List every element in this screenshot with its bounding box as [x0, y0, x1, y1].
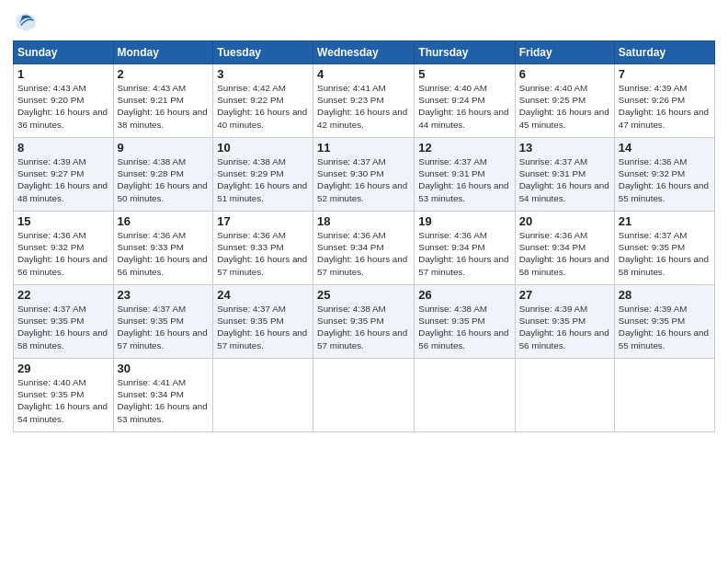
day-cell: 20Sunrise: 4:36 AMSunset: 9:34 PMDayligh…	[515, 212, 614, 285]
day-info: Sunrise: 4:36 AMSunset: 9:33 PMDaylight:…	[217, 229, 309, 278]
day-info: Sunrise: 4:37 AMSunset: 9:35 PMDaylight:…	[619, 229, 711, 278]
logo	[13, 9, 40, 35]
day-number: 25	[317, 288, 410, 302]
day-info: Sunrise: 4:41 AMSunset: 9:23 PMDaylight:…	[317, 82, 410, 131]
day-number: 9	[118, 141, 210, 155]
header-cell-wednesday: Wednesday	[313, 41, 415, 64]
day-number: 24	[217, 288, 309, 302]
day-cell: 25Sunrise: 4:38 AMSunset: 9:35 PMDayligh…	[313, 285, 415, 359]
day-cell: 24Sunrise: 4:37 AMSunset: 9:35 PMDayligh…	[213, 285, 313, 359]
day-number: 7	[619, 67, 711, 81]
day-cell: 1Sunrise: 4:43 AMSunset: 9:20 PMDaylight…	[14, 64, 114, 138]
header-cell-friday: Friday	[515, 41, 614, 64]
day-cell: 8Sunrise: 4:39 AMSunset: 9:27 PMDaylight…	[14, 138, 114, 212]
day-info: Sunrise: 4:38 AMSunset: 9:29 PMDaylight:…	[217, 155, 309, 204]
day-info: Sunrise: 4:37 AMSunset: 9:35 PMDaylight:…	[217, 303, 309, 351]
day-info: Sunrise: 4:37 AMSunset: 9:30 PMDaylight:…	[317, 155, 410, 204]
day-info: Sunrise: 4:40 AMSunset: 9:35 PMDaylight:…	[17, 376, 109, 425]
day-cell: 19Sunrise: 4:36 AMSunset: 9:34 PMDayligh…	[415, 212, 515, 285]
week-row-3: 15Sunrise: 4:36 AMSunset: 9:32 PMDayligh…	[14, 212, 715, 285]
day-info: Sunrise: 4:41 AMSunset: 9:34 PMDaylight:…	[118, 376, 210, 425]
day-number: 28	[619, 288, 711, 302]
day-cell: 11Sunrise: 4:37 AMSunset: 9:30 PMDayligh…	[313, 138, 415, 212]
day-cell: 7Sunrise: 4:39 AMSunset: 9:26 PMDaylight…	[614, 64, 714, 138]
page: SundayMondayTuesdayWednesdayThursdayFrid…	[0, 0, 728, 563]
header-cell-monday: Monday	[113, 41, 213, 64]
day-info: Sunrise: 4:40 AMSunset: 9:25 PMDaylight:…	[519, 82, 610, 131]
day-cell	[415, 359, 515, 432]
week-row-2: 8Sunrise: 4:39 AMSunset: 9:27 PMDaylight…	[14, 138, 715, 212]
day-cell	[515, 359, 614, 432]
day-number: 3	[217, 67, 309, 81]
calendar: SundayMondayTuesdayWednesdayThursdayFrid…	[13, 40, 715, 432]
day-cell: 30Sunrise: 4:41 AMSunset: 9:34 PMDayligh…	[113, 359, 213, 432]
calendar-body: 1Sunrise: 4:43 AMSunset: 9:20 PMDaylight…	[14, 64, 715, 432]
day-info: Sunrise: 4:37 AMSunset: 9:35 PMDaylight:…	[118, 303, 210, 351]
day-cell: 10Sunrise: 4:38 AMSunset: 9:29 PMDayligh…	[213, 138, 313, 212]
day-cell: 21Sunrise: 4:37 AMSunset: 9:35 PMDayligh…	[614, 212, 714, 285]
day-number: 13	[519, 141, 610, 155]
day-cell: 16Sunrise: 4:36 AMSunset: 9:33 PMDayligh…	[113, 212, 213, 285]
day-cell: 4Sunrise: 4:41 AMSunset: 9:23 PMDaylight…	[313, 64, 415, 138]
day-cell: 9Sunrise: 4:38 AMSunset: 9:28 PMDaylight…	[113, 138, 213, 212]
day-cell: 13Sunrise: 4:37 AMSunset: 9:31 PMDayligh…	[515, 138, 614, 212]
day-number: 11	[317, 141, 410, 155]
day-number: 4	[317, 67, 410, 81]
day-number: 15	[17, 214, 109, 228]
day-number: 23	[118, 288, 210, 302]
day-number: 14	[619, 141, 711, 155]
day-info: Sunrise: 4:37 AMSunset: 9:35 PMDaylight:…	[17, 303, 109, 351]
day-info: Sunrise: 4:36 AMSunset: 9:33 PMDaylight:…	[118, 229, 210, 278]
day-info: Sunrise: 4:37 AMSunset: 9:31 PMDaylight:…	[418, 155, 510, 204]
day-cell: 28Sunrise: 4:39 AMSunset: 9:35 PMDayligh…	[614, 285, 714, 359]
day-number: 22	[17, 288, 109, 302]
day-info: Sunrise: 4:36 AMSunset: 9:34 PMDaylight:…	[519, 229, 610, 278]
day-number: 27	[519, 288, 610, 302]
day-cell: 14Sunrise: 4:36 AMSunset: 9:32 PMDayligh…	[614, 138, 714, 212]
day-info: Sunrise: 4:38 AMSunset: 9:28 PMDaylight:…	[118, 155, 210, 204]
day-number: 1	[17, 67, 109, 81]
day-cell: 22Sunrise: 4:37 AMSunset: 9:35 PMDayligh…	[14, 285, 114, 359]
day-number: 26	[418, 288, 510, 302]
header-cell-tuesday: Tuesday	[213, 41, 313, 64]
day-number: 30	[118, 362, 210, 375]
day-info: Sunrise: 4:36 AMSunset: 9:32 PMDaylight:…	[619, 155, 711, 204]
day-number: 29	[17, 362, 109, 375]
day-number: 17	[217, 214, 309, 228]
day-cell	[213, 359, 313, 432]
header-row: SundayMondayTuesdayWednesdayThursdayFrid…	[14, 41, 715, 64]
day-info: Sunrise: 4:36 AMSunset: 9:32 PMDaylight:…	[17, 229, 109, 278]
logo-icon	[13, 9, 39, 35]
day-cell: 27Sunrise: 4:39 AMSunset: 9:35 PMDayligh…	[515, 285, 614, 359]
day-number: 20	[519, 214, 610, 228]
day-cell: 18Sunrise: 4:36 AMSunset: 9:34 PMDayligh…	[313, 212, 415, 285]
day-number: 12	[418, 141, 510, 155]
day-info: Sunrise: 4:39 AMSunset: 9:35 PMDaylight:…	[619, 303, 711, 351]
day-number: 18	[317, 214, 410, 228]
day-info: Sunrise: 4:38 AMSunset: 9:35 PMDaylight:…	[317, 303, 410, 351]
calendar-header: SundayMondayTuesdayWednesdayThursdayFrid…	[14, 41, 715, 64]
day-info: Sunrise: 4:40 AMSunset: 9:24 PMDaylight:…	[418, 82, 510, 131]
header-cell-sunday: Sunday	[14, 41, 114, 64]
day-info: Sunrise: 4:43 AMSunset: 9:20 PMDaylight:…	[17, 82, 109, 131]
header	[13, 9, 715, 35]
day-info: Sunrise: 4:37 AMSunset: 9:31 PMDaylight:…	[519, 155, 610, 204]
day-info: Sunrise: 4:39 AMSunset: 9:26 PMDaylight:…	[619, 82, 711, 131]
day-number: 16	[118, 214, 210, 228]
day-cell: 29Sunrise: 4:40 AMSunset: 9:35 PMDayligh…	[14, 359, 114, 432]
day-number: 6	[519, 67, 610, 81]
day-info: Sunrise: 4:42 AMSunset: 9:22 PMDaylight:…	[217, 82, 309, 131]
week-row-1: 1Sunrise: 4:43 AMSunset: 9:20 PMDaylight…	[14, 64, 715, 138]
day-cell	[614, 359, 714, 432]
day-info: Sunrise: 4:36 AMSunset: 9:34 PMDaylight:…	[418, 229, 510, 278]
day-info: Sunrise: 4:39 AMSunset: 9:35 PMDaylight:…	[519, 303, 610, 351]
header-cell-thursday: Thursday	[415, 41, 515, 64]
day-cell: 2Sunrise: 4:43 AMSunset: 9:21 PMDaylight…	[113, 64, 213, 138]
day-info: Sunrise: 4:43 AMSunset: 9:21 PMDaylight:…	[118, 82, 210, 131]
day-cell	[313, 359, 415, 432]
day-cell: 26Sunrise: 4:38 AMSunset: 9:35 PMDayligh…	[415, 285, 515, 359]
day-cell: 23Sunrise: 4:37 AMSunset: 9:35 PMDayligh…	[113, 285, 213, 359]
day-cell: 17Sunrise: 4:36 AMSunset: 9:33 PMDayligh…	[213, 212, 313, 285]
day-number: 2	[118, 67, 210, 81]
day-cell: 15Sunrise: 4:36 AMSunset: 9:32 PMDayligh…	[14, 212, 114, 285]
